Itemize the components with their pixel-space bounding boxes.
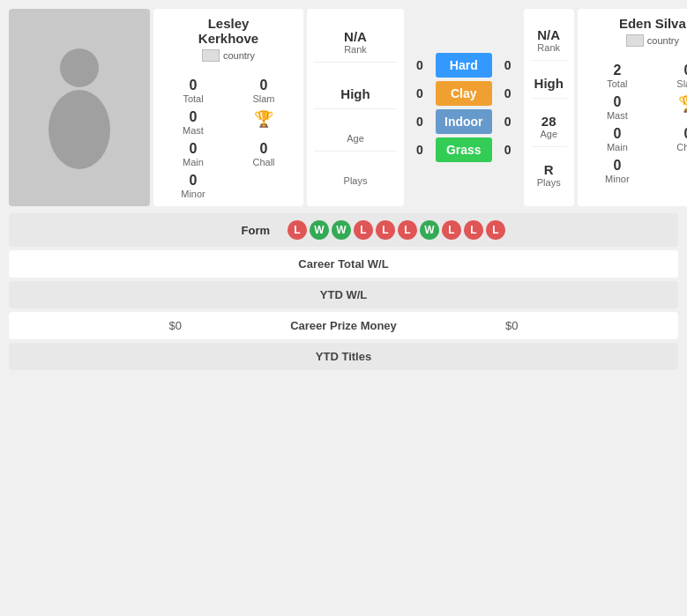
left-player-info: Lesley Kerkhove country 0 Total 0 Slam 0 <box>153 9 303 206</box>
prize-right: $0 <box>488 319 664 332</box>
career-wl-row: Career Total W/L <box>9 250 678 278</box>
left-plays-stat: Plays <box>314 168 397 193</box>
prize-row: $0 Career Prize Money $0 <box>9 312 678 339</box>
left-player-country: country <box>202 49 255 62</box>
form-badge-w: W <box>332 220 351 240</box>
right-player-name: Eden Silva <box>619 16 686 31</box>
form-badge-l: L <box>442 220 461 240</box>
indoor-score-right: 0 <box>496 115 520 129</box>
left-chall-stat: 0 Chall <box>231 141 296 167</box>
left-middle-stats: N/A Rank High Age Plays <box>307 9 404 206</box>
left-main-stat: 0 Main <box>161 141 226 167</box>
right-peak-stat: High <box>531 69 567 99</box>
form-label: Form <box>182 224 287 237</box>
right-rank-stat: N/A Rank <box>531 20 567 61</box>
left-slam-stat: 0 Slam <box>231 78 296 104</box>
grass-score-left: 0 <box>407 143 432 157</box>
hard-score-right: 0 <box>496 58 520 72</box>
right-chall-stat: 0 Chall <box>655 126 687 152</box>
right-age-stat: 28 Age <box>531 107 567 147</box>
right-player-info: Eden Silva country 2 Total 0 Slam 0 Mast <box>578 9 687 206</box>
right-country-img <box>626 34 644 47</box>
court-indoor-row: 0 Indoor 0 <box>407 109 520 134</box>
indoor-score-left: 0 <box>407 115 432 129</box>
left-total-stat: 0 Total <box>161 78 226 104</box>
form-badge-w: W <box>420 220 439 240</box>
form-badge-w: W <box>310 220 329 240</box>
court-clay-row: 0 Clay 0 <box>407 81 520 106</box>
bottom-section: Form LWWLLLWLLL Career Total W/L YTD W/L… <box>9 213 678 370</box>
grass-score-right: 0 <box>496 143 520 157</box>
career-wl-label: Career Total W/L <box>199 257 488 271</box>
clay-button[interactable]: Clay <box>436 81 492 106</box>
left-rank-stat: N/A Rank <box>314 22 397 63</box>
right-player-country: country <box>626 34 679 47</box>
left-trophy-icon: 🏆 <box>254 109 273 129</box>
svg-point-1 <box>49 90 110 169</box>
indoor-button[interactable]: Indoor <box>436 109 492 134</box>
prize-label: Career Prize Money <box>199 319 488 332</box>
titles-row: YTD Titles <box>9 343 678 370</box>
prize-left: $0 <box>23 319 199 332</box>
svg-point-0 <box>60 48 99 87</box>
form-badge-l: L <box>398 220 417 240</box>
court-grass-row: 0 Grass 0 <box>407 137 520 162</box>
right-trophy-icon: 🏆 <box>678 94 687 114</box>
form-badge-l: L <box>376 220 395 240</box>
grass-button[interactable]: Grass <box>436 137 492 162</box>
hard-score-left: 0 <box>407 58 432 72</box>
form-badge-l: L <box>486 220 505 240</box>
clay-score-right: 0 <box>496 86 520 100</box>
form-badge-l: L <box>464 220 483 240</box>
clay-score-left: 0 <box>407 86 432 100</box>
right-main-stat: 0 Main <box>585 126 650 152</box>
right-mast-stat: 0 Mast <box>585 94 650 121</box>
court-hard-row: 0 Hard 0 <box>407 53 520 78</box>
left-trophy-icon-cell: 🏆 <box>231 109 296 136</box>
right-trophy-icon-cell: 🏆 <box>655 94 687 121</box>
right-total-stat: 2 Total <box>585 63 650 89</box>
right-middle-stats: N/A Rank High 28 Age R Plays <box>524 9 574 206</box>
hard-button[interactable]: Hard <box>436 53 492 78</box>
form-badges: LWWLLLWLLL <box>287 220 505 240</box>
titles-label: YTD Titles <box>199 350 488 363</box>
right-minor-stat: 0 Minor <box>585 158 650 184</box>
ytd-wl-row: YTD W/L <box>9 281 678 308</box>
court-section: 0 Hard 0 0 Clay 0 0 Indoor 0 0 Grass 0 <box>407 9 520 206</box>
form-badge-l: L <box>354 220 373 240</box>
form-badge-l: L <box>287 220 307 240</box>
right-slam-stat: 0 Slam <box>655 63 687 89</box>
left-player-silhouette <box>35 41 123 174</box>
left-country-img <box>202 49 220 62</box>
left-mast-stat: 0 Mast <box>161 109 226 136</box>
left-player-photo <box>9 9 150 206</box>
form-row: Form LWWLLLWLLL <box>9 213 678 247</box>
left-minor-stat: 0 Minor <box>161 173 226 199</box>
right-plays-stat: R Plays <box>531 155 567 195</box>
left-age-stat: Age <box>314 126 397 152</box>
left-peak-stat: High <box>314 79 397 109</box>
ytd-wl-label: YTD W/L <box>199 288 488 301</box>
left-player-name: Lesley Kerkhove <box>198 16 258 46</box>
